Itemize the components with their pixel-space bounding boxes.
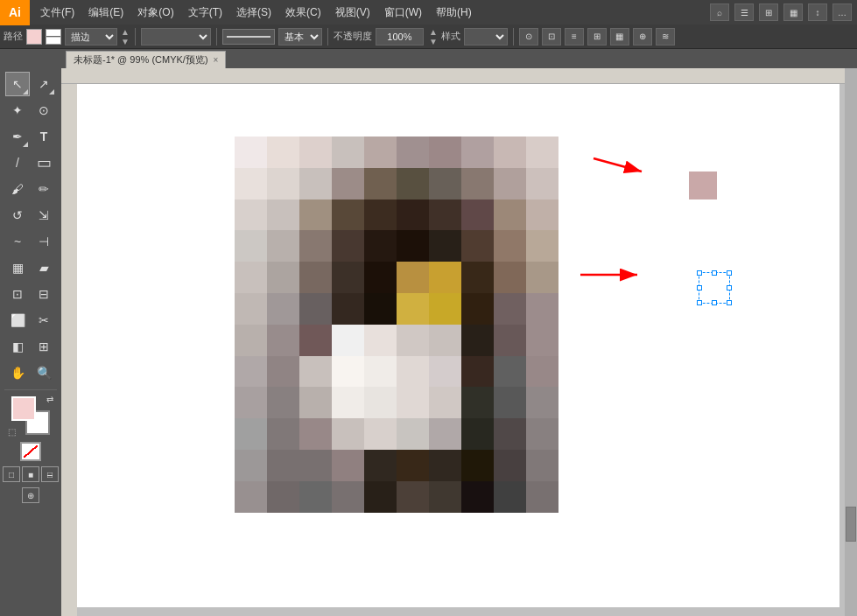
pixel-cell xyxy=(526,450,558,481)
pixel-cell xyxy=(461,230,494,262)
pen-tool[interactable]: ✒ xyxy=(5,124,30,149)
extra2-icon[interactable]: ⊕ xyxy=(633,28,652,46)
gradient-tool[interactable]: ◧ xyxy=(5,334,30,359)
pixel-cell xyxy=(332,356,364,388)
pink-color-swatch[interactable] xyxy=(689,172,717,200)
extra3-icon[interactable]: ≋ xyxy=(656,28,675,46)
document-tab[interactable]: 未标题-1* @ 99% (CMYK/预览) × xyxy=(66,51,226,68)
pixel-cell xyxy=(429,450,461,481)
svg-rect-0 xyxy=(61,68,845,84)
tab-close[interactable]: × xyxy=(214,55,219,65)
more-icon[interactable]: ▦ xyxy=(610,28,629,46)
pixel-cell xyxy=(397,325,429,356)
menu-help[interactable]: 帮助(H) xyxy=(429,2,479,24)
warp-icon[interactable]: ≡ xyxy=(565,28,584,46)
handle-mr[interactable] xyxy=(727,285,732,290)
mesh-tool[interactable]: ⊞ xyxy=(32,334,56,359)
pixel-cell xyxy=(397,450,429,481)
stroke-style-select[interactable] xyxy=(141,28,211,46)
menu-select[interactable]: 选择(S) xyxy=(229,2,278,24)
menu-edit[interactable]: 编辑(E) xyxy=(81,2,130,24)
tool-row-10: ⬜ ✂ xyxy=(5,308,56,332)
workspace-icon-box[interactable]: ☰ xyxy=(734,4,754,21)
panels-icon-box[interactable]: ▦ xyxy=(783,4,803,21)
search-icon-box[interactable]: ⌕ xyxy=(710,4,729,21)
graph-tool[interactable]: ▦ xyxy=(5,256,30,280)
menu-effect[interactable]: 效果(C) xyxy=(278,2,328,24)
rotate-tool[interactable]: ↺ xyxy=(5,203,30,228)
menu-object[interactable]: 对象(O) xyxy=(130,2,180,24)
scale-tool[interactable]: ⇲ xyxy=(32,203,56,228)
arrange-icon-box[interactable]: ⊞ xyxy=(759,4,778,21)
paintbrush-tool[interactable]: 🖌 xyxy=(5,177,30,201)
align-icon[interactable]: ⊙ xyxy=(519,28,538,46)
style-select[interactable] xyxy=(464,28,508,46)
warp-tool[interactable]: ~ xyxy=(5,229,30,254)
svg-rect-1 xyxy=(61,84,77,616)
pixel-cell xyxy=(299,387,332,418)
pixel-cell xyxy=(267,481,299,513)
tool-row-5: 🖌 ✏ xyxy=(5,177,56,201)
normal-mode-icon[interactable]: □ xyxy=(3,466,20,482)
rectangle-tool[interactable]: ▭ xyxy=(32,150,56,175)
stroke-swatch[interactable] xyxy=(46,29,61,45)
handle-bl[interactable] xyxy=(697,300,702,305)
selected-white-square[interactable] xyxy=(701,275,727,301)
pixel-cell xyxy=(526,387,558,418)
text-tool[interactable]: T xyxy=(32,124,56,149)
tool-row-4: / ▭ xyxy=(5,150,56,175)
scissors-tool[interactable]: ✂ xyxy=(32,308,56,332)
handle-tl[interactable] xyxy=(697,270,702,276)
width-tool[interactable]: ⊣ xyxy=(32,229,56,254)
selection-tool[interactable]: ↖ xyxy=(5,72,30,96)
direct-selection-tool[interactable]: ↗ xyxy=(32,72,56,96)
transform-icon[interactable]: ⊡ xyxy=(542,28,561,46)
lasso-tool[interactable]: ⊙ xyxy=(32,98,56,122)
menu-window[interactable]: 窗口(W) xyxy=(377,2,429,24)
extra-icon-box[interactable]: … xyxy=(832,4,852,21)
stroke-select[interactable]: 描边 xyxy=(65,28,117,46)
grid-icon[interactable]: ⊞ xyxy=(587,28,607,46)
hand-tool[interactable]: ✋ xyxy=(5,360,30,385)
pixel-cell xyxy=(364,200,397,231)
stroke-mode-icon[interactable]: □ xyxy=(41,466,59,482)
handle-br[interactable] xyxy=(727,300,732,305)
handle-bm[interactable] xyxy=(712,300,717,305)
opacity-input[interactable] xyxy=(376,28,424,46)
divider1 xyxy=(135,28,136,46)
zoom-tool[interactable]: 🔍 xyxy=(32,360,56,385)
pixel-cell xyxy=(494,418,526,450)
pixel-cell xyxy=(364,230,397,262)
line-tool[interactable]: / xyxy=(5,150,30,175)
fg-color-box[interactable] xyxy=(11,396,36,421)
scrollbar-vertical[interactable] xyxy=(845,68,857,616)
handle-tr[interactable] xyxy=(727,270,732,276)
menu-view[interactable]: 视图(V) xyxy=(328,2,377,24)
bar-chart-tool[interactable]: ▰ xyxy=(32,256,56,280)
menu-text[interactable]: 文字(T) xyxy=(181,2,229,24)
eraser-tool[interactable]: ⬜ xyxy=(5,308,30,332)
slice-tool[interactable]: ⊟ xyxy=(32,282,56,306)
pixel-cell xyxy=(397,481,429,513)
stroke-type-select[interactable]: 基本 xyxy=(278,28,322,46)
handle-tm[interactable] xyxy=(712,270,717,276)
sync-icon-box[interactable]: ↕ xyxy=(808,4,827,21)
pixel-cell xyxy=(429,481,461,513)
pixel-cell xyxy=(397,200,429,231)
fill-swatch[interactable] xyxy=(26,29,42,45)
screen-mode-icon[interactable]: ⊕ xyxy=(22,487,39,503)
pixel-cell xyxy=(429,262,461,293)
pixel-cell xyxy=(235,262,267,293)
pixel-cell xyxy=(267,230,299,262)
pencil-tool[interactable]: ✏ xyxy=(32,177,56,201)
handle-ml[interactable] xyxy=(697,285,702,290)
fill-mode-icon[interactable]: ■ xyxy=(22,466,39,482)
magic-wand-tool[interactable]: ✦ xyxy=(5,98,30,122)
pixel-cell xyxy=(429,387,461,418)
no-fill-icon[interactable] xyxy=(20,442,41,461)
scrollbar-thumb[interactable] xyxy=(846,507,856,542)
artboard-tool[interactable]: ⊡ xyxy=(5,282,30,306)
menu-file[interactable]: 文件(F) xyxy=(33,2,81,24)
swap-colors-icon[interactable]: ⇄ xyxy=(46,395,53,404)
reset-colors-icon[interactable]: ⬚ xyxy=(8,427,16,437)
